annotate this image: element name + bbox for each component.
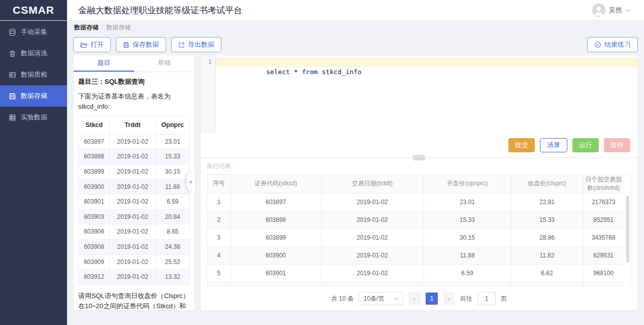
pause-button[interactable]: 暂停 xyxy=(604,138,630,152)
sidebar-item-experiment-data[interactable]: 实验数据 xyxy=(0,107,67,128)
table-cell: 23.01 xyxy=(155,134,189,149)
table-cell: 2019-01-02 xyxy=(110,209,155,224)
table-cell: 3 xyxy=(207,229,231,246)
code-line[interactable]: select * from stkcd_info xyxy=(216,57,637,67)
page-size-select[interactable]: 10条/页 xyxy=(359,292,403,305)
table-cell: 603906 xyxy=(79,224,110,240)
table-cell: 2 xyxy=(207,211,231,229)
table-cell: 2019-01-02 xyxy=(321,246,424,264)
export-data-button-label: 导出数据 xyxy=(188,40,214,49)
table-cell: 2019-01-02 xyxy=(110,194,155,210)
sidebar-item-manual-collect[interactable]: 手动采集 xyxy=(0,21,67,43)
table-cell: 8.65 xyxy=(155,224,189,240)
table-cell: 603900 xyxy=(79,179,110,194)
total-count: 共 10 条 xyxy=(331,295,353,303)
table-cell: 2019-01-02 xyxy=(321,193,424,211)
column-header: Trddt xyxy=(110,117,155,134)
page-title: 金融大数据处理职业技能等级证书考试平台 xyxy=(67,5,592,16)
goto-suffix: 页 xyxy=(501,295,507,303)
sample-data-table: Stkcd Trddt Opnprc 6038972019-01-0223.01… xyxy=(78,116,190,284)
check-circle-icon xyxy=(594,41,601,48)
collapse-panel-button[interactable]: « xyxy=(186,172,195,191)
table-cell: 603901 xyxy=(231,264,321,282)
tab-question[interactable]: 题目 xyxy=(74,55,134,72)
table-cell: 603912 xyxy=(79,270,110,285)
table-row: 46039002019-01-0211.8811.82629531 xyxy=(207,246,624,264)
table-row: 6038992019-01-0230.15 xyxy=(79,164,190,179)
open-button[interactable]: 打开 xyxy=(73,37,111,52)
sql-keyword: from xyxy=(302,68,317,76)
table-cell: 603901 xyxy=(79,194,110,210)
table-cell: 28.86 xyxy=(511,229,583,246)
question-body: 题目三：SQL数据查询 下面为证券基本信息表，表名为stkcd_info: St… xyxy=(74,72,195,310)
page-number-active[interactable]: 1 xyxy=(426,292,438,305)
chevron-down-icon xyxy=(626,8,631,13)
column-header: Stkcd xyxy=(79,117,110,134)
work-panel: 1 select * from stkcd_info 提交 清屏 运行 暂停 ·… xyxy=(200,55,638,311)
table-cell: 15.33 xyxy=(424,211,511,229)
column-header: Opnprc xyxy=(155,117,189,134)
line-number: 1 xyxy=(201,57,212,67)
tab-draft[interactable]: 草稿 xyxy=(134,55,195,72)
sidebar-item-data-qc[interactable]: 数据质检 xyxy=(0,64,67,85)
table-cell: 24.38 xyxy=(155,239,189,254)
question-title: 题目三：SQL数据查询 xyxy=(78,77,190,87)
table-cell: 603898 xyxy=(231,211,321,229)
csmar-logo: CSMAR xyxy=(0,0,67,20)
table-header-row: 序号 证券代码(stkcd) 交易日期(trddt) 开盘价(opnprc) 收… xyxy=(207,175,624,193)
prev-page-button[interactable]: ‹ xyxy=(408,292,421,305)
sidebar-item-label: 数据存储 xyxy=(21,91,47,101)
results-section: 执行结果： 序号 证券代码(stkcd) 交易日期(trddt) xyxy=(201,158,637,310)
table-cell: 2019-01-02 xyxy=(110,224,155,240)
editor-code-area[interactable]: select * from stkcd_info xyxy=(216,55,637,134)
table-row: 16038972019-01-0223.0122.812176373 xyxy=(207,193,624,211)
sql-editor[interactable]: 1 select * from stkcd_info xyxy=(201,55,637,134)
table-cell: 603909 xyxy=(79,254,110,270)
table-cell: 2019-01-02 xyxy=(110,134,155,149)
breadcrumb-item[interactable]: 数据存储 xyxy=(74,23,99,32)
table-cell: 11.88 xyxy=(155,179,189,194)
sidebar-item-label: 实验数据 xyxy=(21,113,47,122)
table-cell: 23.01 xyxy=(424,193,511,211)
user-menu[interactable]: 昊然 xyxy=(592,4,644,17)
clear-screen-button[interactable]: 清屏 xyxy=(540,138,567,152)
next-page-button[interactable]: › xyxy=(443,292,455,305)
sidebar-item-data-storage[interactable]: 数据存储 xyxy=(0,85,67,107)
app-header: CSMAR 金融大数据处理职业技能等级证书考试平台 昊然 xyxy=(0,0,644,20)
table-cell: 603899 xyxy=(79,164,110,179)
main-area: 数据存储 / 数据存储 打开 保存数据 导出数据 结束练习 xyxy=(67,20,644,325)
table-cell: 4 xyxy=(207,246,231,264)
table-row: 56039012019-01-026.596.62968100 xyxy=(207,264,624,282)
server-icon xyxy=(9,114,16,121)
editor-gutter: 1 xyxy=(201,55,216,134)
table-cell: 2019-01-02 xyxy=(110,270,155,285)
table-row: 6039122019-01-0213.32 xyxy=(79,270,190,285)
table-cell: 22.81 xyxy=(511,193,583,211)
goto-page-input[interactable] xyxy=(477,292,496,305)
export-data-button[interactable]: 导出数据 xyxy=(171,37,221,52)
table-cell: 2019-01-02 xyxy=(110,239,155,254)
column-header: 收盘价(clsprc) xyxy=(511,175,583,193)
submit-button[interactable]: 提交 xyxy=(508,138,535,152)
table-cell: 2176373 xyxy=(583,193,624,211)
question-requirement: 请用SQL语句查询日收盘价（Clsprc）在10~20之间的证券代码（Stkcd… xyxy=(78,291,190,310)
table-row: 6038972019-01-0223.01 xyxy=(79,134,190,149)
table-cell: 2019-01-02 xyxy=(321,211,424,229)
run-button[interactable]: 运行 xyxy=(572,138,599,152)
results-table-wrap: 序号 证券代码(stkcd) 交易日期(trddt) 开盘价(opnprc) 收… xyxy=(207,174,631,286)
table-cell: 20.84 xyxy=(155,209,189,224)
sidebar-item-data-clean[interactable]: 数据清洗 xyxy=(0,43,67,64)
pagination: 共 10 条 10条/页 ‹ 1 › 前往 页 xyxy=(207,290,631,307)
save-data-button[interactable]: 保存数据 xyxy=(116,37,166,52)
table-cell: 603900 xyxy=(231,246,321,264)
vertical-scrollbar[interactable] xyxy=(626,196,629,263)
table-cell: 1865700 xyxy=(583,282,624,286)
page-size-value: 10条/页 xyxy=(364,295,384,303)
question-tabs: 题目 草稿 xyxy=(74,55,195,72)
table-cell: 603898 xyxy=(79,149,110,165)
splitter-drag-handle[interactable]: ··· xyxy=(412,155,426,160)
question-panel: 题目 草稿 题目三：SQL数据查询 下面为证券基本信息表，表名为stkcd_in… xyxy=(73,55,195,311)
table-cell: 6.59 xyxy=(424,264,511,282)
finish-practice-button[interactable]: 结束练习 xyxy=(587,37,638,52)
table-row: 6039002019-01-0211.88 xyxy=(79,179,190,194)
